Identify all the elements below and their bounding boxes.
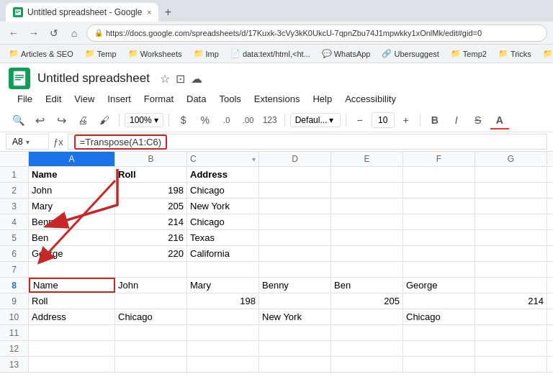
cell-b7[interactable] xyxy=(115,262,187,277)
cell-b9[interactable] xyxy=(115,293,187,309)
cell-c6[interactable]: California xyxy=(187,246,259,261)
cell-a13[interactable] xyxy=(29,357,115,372)
format-123-button[interactable]: 123 xyxy=(261,111,279,129)
cell-b5[interactable]: 216 xyxy=(115,230,187,245)
star-icon[interactable]: ☆ xyxy=(160,72,170,86)
bookmark-whatsapp[interactable]: 💬 WhatsApp xyxy=(318,47,375,60)
col-header-d[interactable]: D xyxy=(259,152,331,166)
bookmark-others[interactable]: 📁 Others xyxy=(539,47,553,60)
cell-a2[interactable]: John xyxy=(29,183,115,198)
cell-c12[interactable] xyxy=(187,341,259,356)
col-header-a[interactable]: A xyxy=(29,152,115,166)
col-header-e[interactable]: E xyxy=(331,152,403,166)
cell-b13[interactable] xyxy=(115,357,187,372)
font-selector[interactable]: Defaul... ▾ xyxy=(290,113,341,127)
cell-f6[interactable] xyxy=(403,246,475,261)
cell-f2[interactable] xyxy=(403,183,475,198)
cell-d9[interactable] xyxy=(259,293,331,309)
cell-g5[interactable] xyxy=(475,230,547,245)
bookmark-worksheets[interactable]: 📁 Worksheets xyxy=(124,47,186,60)
cell-b4[interactable]: 214 xyxy=(115,214,187,229)
cell-e8[interactable]: Ben xyxy=(331,278,403,293)
decimal-inc-button[interactable]: .00 xyxy=(239,111,258,129)
cell-b6[interactable]: 220 xyxy=(115,246,187,261)
menu-extensions[interactable]: Extensions xyxy=(248,91,306,107)
cell-g9[interactable]: 214 xyxy=(475,293,547,309)
active-tab[interactable]: Untitled spreadsheet - Google S... × xyxy=(6,3,158,22)
menu-insert[interactable]: Insert xyxy=(102,91,137,107)
move-icon[interactable]: ⊡ xyxy=(176,72,185,86)
strikethrough-button[interactable]: S xyxy=(469,111,487,129)
redo-button[interactable]: ↪ xyxy=(52,111,71,129)
cell-d8[interactable]: Benny xyxy=(259,278,331,293)
col-header-c[interactable]: C▾ xyxy=(187,152,259,166)
bookmark-datatext[interactable]: 📄 data:text/html,<ht... xyxy=(226,47,315,60)
cell-e13[interactable] xyxy=(331,357,403,372)
cell-g11[interactable] xyxy=(475,325,547,340)
cell-e9[interactable]: 205 xyxy=(331,293,403,309)
bookmark-articles[interactable]: 📁 Articles & SEO xyxy=(4,47,78,60)
cell-a5[interactable]: Ben xyxy=(29,230,115,245)
cell-c5[interactable]: Texas xyxy=(187,230,259,245)
cell-d12[interactable] xyxy=(259,341,331,356)
cell-e2[interactable] xyxy=(331,183,403,198)
col-header-g[interactable]: G xyxy=(475,152,547,166)
cell-b8[interactable]: John xyxy=(115,278,187,293)
cell-d2[interactable] xyxy=(259,183,331,198)
cell-f9[interactable] xyxy=(403,293,475,309)
cell-f10[interactable]: Chicago xyxy=(403,309,475,324)
cell-g7[interactable] xyxy=(475,262,547,277)
menu-file[interactable]: File xyxy=(12,91,38,107)
bookmark-ubersuggest[interactable]: 🔗 Ubersuggest xyxy=(377,47,443,60)
cell-d1[interactable] xyxy=(259,167,331,182)
refresh-button[interactable]: ↺ xyxy=(46,25,62,41)
cell-a8[interactable]: Name xyxy=(29,278,115,293)
cell-f12[interactable] xyxy=(403,341,475,356)
zoom-selector[interactable]: 100% ▾ xyxy=(125,113,163,127)
underline-button[interactable]: A xyxy=(490,111,509,129)
cell-e6[interactable] xyxy=(331,246,403,261)
font-size-decrease[interactable]: − xyxy=(351,112,369,128)
cell-d3[interactable] xyxy=(259,199,331,214)
cell-c1[interactable]: Address xyxy=(187,167,259,182)
cell-e10[interactable] xyxy=(331,309,403,324)
cell-f4[interactable] xyxy=(403,214,475,229)
cell-f3[interactable] xyxy=(403,199,475,214)
home-button[interactable]: ⌂ xyxy=(66,25,82,41)
search-button[interactable]: 🔍 xyxy=(9,111,27,129)
col-header-f[interactable]: F xyxy=(403,152,475,166)
cell-a4[interactable]: Benny xyxy=(29,214,115,229)
paint-format-button[interactable]: 🖌 xyxy=(95,111,114,129)
cell-a11[interactable] xyxy=(29,325,115,340)
cell-a6[interactable]: George xyxy=(29,246,115,261)
cell-g12[interactable] xyxy=(475,341,547,356)
back-button[interactable]: ← xyxy=(6,25,22,41)
cell-a3[interactable]: Mary xyxy=(29,199,115,214)
col-header-b[interactable]: B xyxy=(115,152,187,166)
menu-help[interactable]: Help xyxy=(307,91,338,107)
cell-d11[interactable] xyxy=(259,325,331,340)
cell-g4[interactable] xyxy=(475,214,547,229)
italic-button[interactable]: I xyxy=(447,111,466,129)
cell-d5[interactable] xyxy=(259,230,331,245)
cell-g13[interactable] xyxy=(475,357,547,372)
cell-e1[interactable] xyxy=(331,167,403,182)
new-tab-button[interactable]: + xyxy=(158,3,177,22)
forward-button[interactable]: → xyxy=(26,25,42,41)
cloud-icon[interactable]: ☁ xyxy=(191,72,202,86)
bookmark-temp[interactable]: 📁 Temp xyxy=(81,47,121,60)
address-bar[interactable]: 🔒 https://docs.google.com/spreadsheets/d… xyxy=(86,24,547,42)
cell-b12[interactable] xyxy=(115,341,187,356)
cell-reference-box[interactable]: A8 ▾ xyxy=(6,134,49,150)
cell-b2[interactable]: 198 xyxy=(115,183,187,198)
cell-e7[interactable] xyxy=(331,262,403,277)
tab-close-button[interactable]: × xyxy=(147,8,151,17)
font-size-increase[interactable]: + xyxy=(397,112,415,128)
cell-b3[interactable]: 205 xyxy=(115,199,187,214)
cell-f1[interactable] xyxy=(403,167,475,182)
cell-a1[interactable]: Name xyxy=(29,167,115,182)
menu-format[interactable]: Format xyxy=(138,91,179,107)
cell-a10[interactable]: Address xyxy=(29,309,115,324)
cell-g8[interactable] xyxy=(475,278,547,293)
cell-b10[interactable]: Chicago xyxy=(115,309,187,324)
